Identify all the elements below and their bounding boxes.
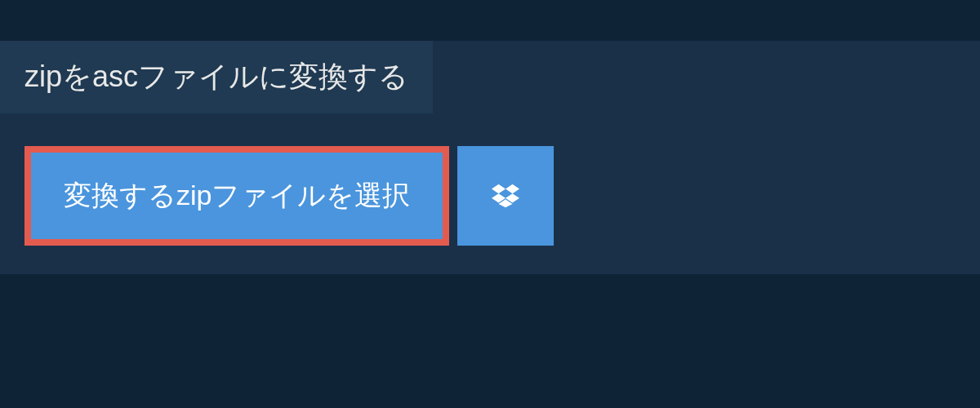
button-row: 変換するzipファイルを選択 [24, 146, 980, 246]
converter-panel: zipをascファイルに変換する 変換するzipファイルを選択 [0, 41, 980, 274]
select-file-button[interactable]: 変換するzipファイルを選択 [24, 146, 449, 246]
title-container: zipをascファイルに変換する [0, 41, 433, 113]
dropbox-button[interactable] [457, 146, 554, 246]
page-title: zipをascファイルに変換する [24, 57, 408, 97]
dropbox-icon [492, 182, 519, 210]
